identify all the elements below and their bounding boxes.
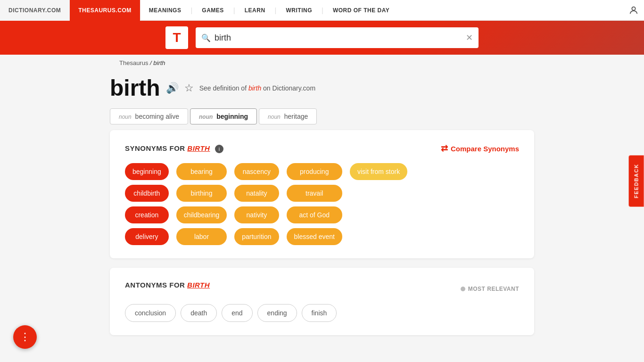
antonym-tag-end[interactable]: end xyxy=(222,304,252,322)
breadcrumb: Thesaurus / birth xyxy=(110,55,534,71)
word-title: birth xyxy=(110,75,160,101)
synonym-tag-labor[interactable]: labor xyxy=(176,228,227,245)
most-relevant-label: MOST RELEVANT xyxy=(461,286,519,292)
svg-point-0 xyxy=(632,7,635,10)
synonym-tag-beginning[interactable]: beginning xyxy=(125,163,169,180)
info-icon[interactable]: i xyxy=(215,145,223,153)
breadcrumb-word: birth xyxy=(153,59,165,66)
antonym-tag-death[interactable]: death xyxy=(181,304,217,322)
word-tabs: noun becoming alive noun beginning noun … xyxy=(110,108,534,124)
antonym-tags: conclusion death end ending finish xyxy=(125,304,519,322)
synonym-tag-delivery[interactable]: delivery xyxy=(125,228,169,245)
feedback-tab[interactable]: FEEDBACK xyxy=(628,155,644,206)
dictionary-link[interactable]: birth xyxy=(248,84,261,92)
synonyms-word-link[interactable]: birth xyxy=(187,144,210,152)
synonym-tag-birthing[interactable]: birthing xyxy=(176,185,227,202)
synonym-tag-producing[interactable]: producing xyxy=(287,163,342,180)
synonym-tag-visit-from-stork[interactable]: visit from stork xyxy=(350,163,407,180)
definition-link: See definition of birth on Dictionary.co… xyxy=(199,84,315,92)
synonym-tag-bearing[interactable]: bearing xyxy=(176,163,227,180)
thesaurus-tab[interactable]: THESAURUS.COM xyxy=(70,0,140,21)
antonym-tag-ending[interactable]: ending xyxy=(257,304,297,322)
clear-search-button[interactable]: ✕ xyxy=(466,33,473,43)
user-icon[interactable] xyxy=(623,0,644,21)
star-icon[interactable]: ☆ xyxy=(184,82,194,94)
tab-heritage[interactable]: noun heritage xyxy=(259,108,317,124)
nav-word-of-day[interactable]: WORD OF THE DAY xyxy=(324,0,398,21)
antonym-tag-conclusion[interactable]: conclusion xyxy=(125,304,176,322)
compare-arrows-icon: ⇄ xyxy=(441,143,448,154)
search-input[interactable] xyxy=(215,33,462,43)
synonym-tag-nativity[interactable]: nativity xyxy=(234,206,279,223)
sound-icon[interactable]: 🔊 xyxy=(166,82,179,94)
synonym-tag-creation[interactable]: creation xyxy=(125,206,169,223)
fab-dots-icon: ⋮ xyxy=(20,331,30,343)
synonyms-header: SYNONYMS FOR birth i ⇄ Compare Synonyms xyxy=(125,143,519,154)
synonym-tag-act-of-god[interactable]: act of God xyxy=(287,206,342,223)
nav-learn[interactable]: LEARN xyxy=(236,0,274,21)
synonym-tag-childbearing[interactable]: childbearing xyxy=(176,206,227,223)
site-logo: T xyxy=(165,26,188,49)
search-icon: 🔍 xyxy=(201,33,211,42)
synonym-tag-travail[interactable]: travail xyxy=(287,185,342,202)
synonym-tag-childbirth[interactable]: childbirth xyxy=(125,185,169,202)
synonym-tag-natality[interactable]: natality xyxy=(234,185,279,202)
search-header: T 🔍 ✕ xyxy=(0,21,644,55)
breadcrumb-thesaurus-link[interactable]: Thesaurus xyxy=(119,59,148,66)
search-bar: 🔍 ✕ xyxy=(196,27,479,48)
nav-games[interactable]: GAMES xyxy=(193,0,232,21)
antonyms-title: ANTONYMS FOR birth xyxy=(125,281,210,289)
antonyms-header: ANTONYMS FOR birth MOST RELEVANT xyxy=(125,281,519,296)
antonym-tag-finish[interactable]: finish xyxy=(302,304,337,322)
top-nav: DICTIONARY.COM THESAURUS.COM MEANINGS | … xyxy=(0,0,644,21)
synonyms-card: SYNONYMS FOR birth i ⇄ Compare Synonyms … xyxy=(110,130,534,258)
compare-synonyms-button[interactable]: ⇄ Compare Synonyms xyxy=(441,143,519,154)
relevance-dot-icon xyxy=(461,287,465,291)
antonyms-card: ANTONYMS FOR birth MOST RELEVANT conclus… xyxy=(110,268,534,335)
synonym-tag-blessed-event[interactable]: blessed event xyxy=(287,228,342,245)
tab-becoming-alive[interactable]: noun becoming alive xyxy=(110,108,188,124)
fab-menu-button[interactable]: ⋮ xyxy=(13,325,37,345)
tab-beginning[interactable]: noun beginning xyxy=(190,108,257,124)
synonym-tag-nascency[interactable]: nascency xyxy=(234,163,279,180)
antonyms-word-link[interactable]: birth xyxy=(187,281,210,289)
synonym-tag-parturition[interactable]: parturition xyxy=(234,228,279,245)
synonyms-title: SYNONYMS FOR birth i xyxy=(125,144,223,153)
nav-writing[interactable]: WRITING xyxy=(278,0,321,21)
dictionary-tab[interactable]: DICTIONARY.COM xyxy=(0,0,70,21)
word-title-row: birth 🔊 ☆ See definition of birth on Dic… xyxy=(110,75,534,101)
nav-meanings[interactable]: MEANINGS xyxy=(140,0,190,21)
synonyms-tags-grid: beginning bearing nascency producing vis… xyxy=(125,163,519,245)
